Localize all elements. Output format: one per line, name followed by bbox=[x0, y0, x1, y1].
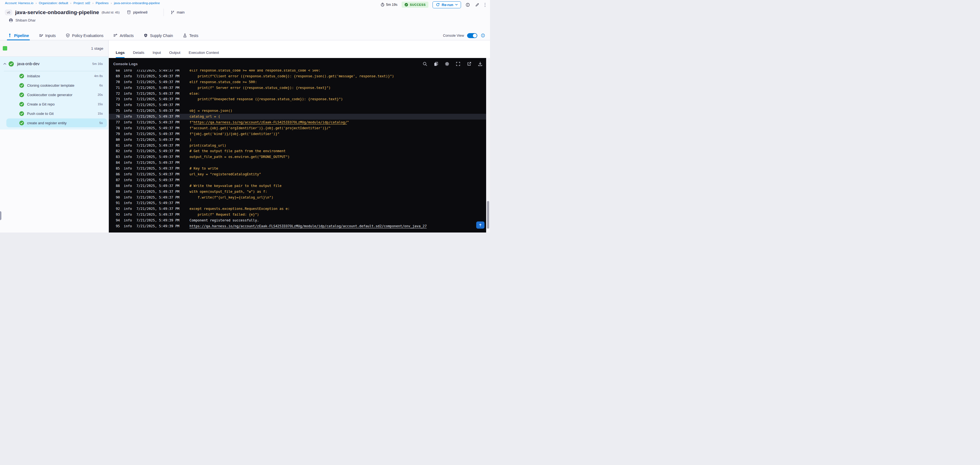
breadcrumb-item-organization-default[interactable]: Organization: default bbox=[39, 2, 68, 5]
log-text: elif response.status_code >= 500: bbox=[189, 79, 257, 85]
panel-tab-output[interactable]: Output bbox=[169, 51, 181, 55]
breadcrumb-item-pipelines[interactable]: Pipelines bbox=[95, 2, 108, 5]
rerun-label: Re-run bbox=[442, 3, 453, 7]
tab-policy-evaluations[interactable]: Policy Evaluations bbox=[66, 31, 103, 40]
log-timestamp: 7/21/2025, 5:49:37 PM bbox=[137, 195, 186, 200]
tab-label: Pipeline bbox=[14, 33, 29, 38]
log-link[interactable]: https://qa.harness.io/ng/account/zEaak-F… bbox=[189, 224, 427, 228]
copy-button[interactable] bbox=[434, 62, 438, 66]
search-button[interactable] bbox=[423, 62, 427, 66]
branch-indicator[interactable]: main bbox=[171, 10, 185, 14]
download-button[interactable] bbox=[478, 62, 482, 66]
console-view-label: Console View bbox=[443, 34, 464, 38]
step-name: Cookiecutter code generator bbox=[27, 93, 72, 97]
log-timestamp: 7/21/2025, 5:49:37 PM bbox=[137, 171, 186, 177]
panel-tab-input[interactable]: Input bbox=[153, 51, 161, 55]
stage-duration: 5m 16s bbox=[92, 62, 103, 65]
tab-tests[interactable]: Tests bbox=[183, 31, 198, 40]
chevron-up-icon[interactable] bbox=[3, 63, 6, 65]
log-row: 70info7/21/2025, 5:49:37 PMelif response… bbox=[109, 79, 486, 85]
log-level: info bbox=[124, 224, 133, 229]
tab-label: Supply Chain bbox=[150, 33, 173, 38]
left-drawer-handle[interactable] bbox=[0, 211, 2, 220]
log-row: 76info7/21/2025, 5:49:37 PMcatalog_url =… bbox=[109, 114, 486, 119]
more-options-button[interactable] bbox=[484, 2, 486, 8]
console-scrollbar[interactable] bbox=[486, 58, 490, 233]
step-cloning-cookiecutter-template[interactable]: Cloning cookiecutter template6s bbox=[0, 81, 108, 90]
execution-actions: 5m 19s SUCCESS Re-run bbox=[380, 1, 486, 8]
log-row: 69info7/21/2025, 5:49:37 PM print(f"Clie… bbox=[109, 73, 486, 79]
tab-pipeline[interactable]: Pipeline bbox=[8, 31, 29, 40]
stage-name: java-onb-dev bbox=[17, 62, 40, 66]
check-circle-icon bbox=[19, 74, 24, 78]
tab-supply-chain[interactable]: Supply Chain bbox=[144, 31, 173, 40]
log-row: 94info7/21/2025, 5:49:39 PMComponent reg… bbox=[109, 217, 486, 224]
breadcrumb-item-java-service-onboarding-pipeline[interactable]: java-service-onboarding-pipeline bbox=[114, 2, 160, 5]
branch-name: main bbox=[177, 10, 185, 14]
log-level: info bbox=[124, 96, 133, 102]
open-in-new-icon bbox=[467, 62, 471, 66]
log-level: info bbox=[124, 195, 133, 200]
breadcrumb-separator: › bbox=[36, 2, 37, 5]
log-row: 78info7/21/2025, 5:49:37 PMf"account.{ob… bbox=[109, 125, 486, 131]
supply-chain-icon bbox=[144, 33, 148, 38]
tab-artifacts[interactable]: Artifacts bbox=[113, 31, 134, 40]
log-level: info bbox=[124, 125, 133, 131]
log-level: info bbox=[124, 183, 133, 189]
open-in-new-button[interactable] bbox=[467, 62, 471, 66]
log-text: ) bbox=[189, 137, 191, 143]
author-name: Shibam Dhar bbox=[16, 19, 36, 22]
panel-tab-logs[interactable]: Logs bbox=[116, 51, 124, 55]
console-log-viewer: Console Logs 68info7/21/2025, 5:49:37 PM… bbox=[109, 58, 490, 233]
stage-row-java-onb-dev[interactable]: java-onb-dev 5m 16s bbox=[0, 57, 108, 71]
step-create-a-git-repo[interactable]: Create a Git repo15s bbox=[0, 99, 108, 109]
log-timestamp: 7/21/2025, 5:49:37 PM bbox=[137, 125, 186, 131]
console-view-info-icon[interactable] bbox=[480, 33, 485, 38]
log-level: info bbox=[124, 189, 133, 195]
log-text: print(f" Request failed: {e}") bbox=[189, 212, 259, 217]
console-view-toggle[interactable] bbox=[467, 33, 477, 38]
step-duration: 20s bbox=[97, 93, 103, 96]
log-level: info bbox=[124, 212, 133, 217]
log-text: else: bbox=[189, 91, 200, 97]
panel-tab-details[interactable]: Details bbox=[133, 51, 144, 55]
step-create-and-register-entity[interactable]: create and register entity5s bbox=[0, 118, 108, 128]
log-timestamp: 7/21/2025, 5:49:37 PM bbox=[137, 177, 186, 183]
log-row: 81info7/21/2025, 5:49:37 PMprint(catalog… bbox=[109, 143, 486, 149]
artifacts-icon bbox=[113, 33, 118, 38]
log-link[interactable]: https://qa.harness.io/ng/account/zEaak-F… bbox=[194, 121, 347, 124]
panel-tab-execution-context[interactable]: Execution Context bbox=[189, 51, 219, 55]
fullscreen-button[interactable] bbox=[456, 62, 460, 66]
log-row: 92info7/21/2025, 5:49:37 PMexcept reques… bbox=[109, 206, 486, 212]
step-initialize[interactable]: Initialize4m 8s bbox=[0, 71, 108, 81]
git-branch-icon bbox=[171, 11, 175, 14]
step-push-code-to-git[interactable]: Push code to Git15s bbox=[0, 109, 108, 118]
log-timestamp: 7/21/2025, 5:49:37 PM bbox=[137, 154, 186, 160]
breadcrumb-item-account-harness-io[interactable]: Account: Harness.io bbox=[5, 2, 33, 5]
log-timestamp: 7/21/2025, 5:49:37 PM bbox=[137, 85, 186, 91]
edit-pipeline-button[interactable] bbox=[474, 2, 480, 8]
log-timestamp: 7/21/2025, 5:49:37 PM bbox=[137, 79, 186, 85]
log-line-number: 89 bbox=[112, 189, 120, 195]
pipeline-icon bbox=[8, 33, 12, 38]
settings-button[interactable] bbox=[445, 62, 449, 66]
check-circle-icon bbox=[19, 102, 24, 106]
log-row: 82info7/21/2025, 5:49:37 PM# Get the out… bbox=[109, 148, 486, 154]
rerun-button[interactable]: Re-run bbox=[433, 2, 461, 8]
pipeline-title-row: v0 java-service-onboarding-pipeline (Bui… bbox=[5, 9, 185, 16]
breadcrumb-item-project-sd2[interactable]: Project: sd2 bbox=[73, 2, 90, 5]
pipeline-repo-tag[interactable]: </> pipeline8 bbox=[127, 10, 148, 14]
build-id: (Build Id: 45) bbox=[102, 11, 119, 14]
log-text: print(catalog_url) bbox=[189, 143, 226, 149]
scroll-to-top-button[interactable] bbox=[476, 221, 484, 229]
log-level: info bbox=[124, 108, 133, 114]
log-timestamp: 7/21/2025, 5:49:37 PM bbox=[137, 73, 186, 79]
log-timestamp: 7/21/2025, 5:49:37 PM bbox=[137, 102, 186, 108]
step-name: Push code to Git bbox=[27, 111, 54, 116]
console-toolbar bbox=[423, 62, 482, 66]
step-cookiecutter-code-generator[interactable]: Cookiecutter code generator20s bbox=[0, 90, 108, 99]
scrollbar-thumb[interactable] bbox=[487, 201, 489, 229]
tab-inputs[interactable]: Inputs bbox=[39, 31, 56, 40]
log-row: 71info7/21/2025, 5:49:37 PM print(f" Ser… bbox=[109, 85, 486, 91]
info-button[interactable] bbox=[465, 2, 470, 8]
